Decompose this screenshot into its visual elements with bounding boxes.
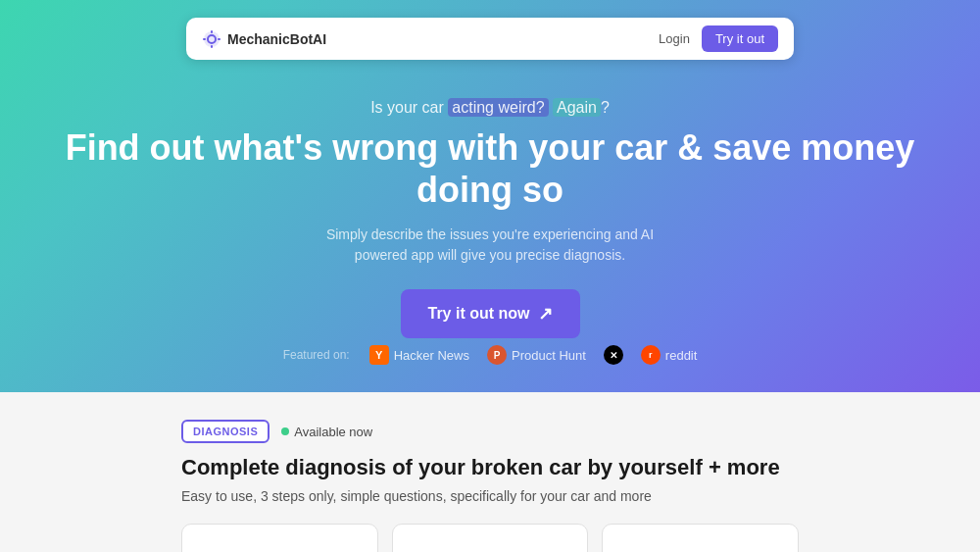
svg-rect-3 xyxy=(203,38,206,40)
featured-reddit[interactable]: r reddit xyxy=(641,345,698,365)
subtitle-highlight: acting weird? xyxy=(448,98,548,117)
hackernews-label: Hacker News xyxy=(394,348,469,363)
x-icon: ✕ xyxy=(604,345,623,365)
featured-row: Featured on: Y Hacker News P Product Hun… xyxy=(283,345,698,365)
lower-description: Easy to use, 3 steps only, simple questi… xyxy=(181,488,799,504)
svg-point-0 xyxy=(204,31,220,47)
lower-title: Complete diagnosis of your broken car by… xyxy=(181,455,799,480)
lower-section: DIAGNOSIS Available now Complete diagnos… xyxy=(0,392,980,552)
featured-x[interactable]: ✕ xyxy=(604,345,623,365)
badge-row: DIAGNOSIS Available now xyxy=(181,420,799,443)
featured-producthunt[interactable]: P Product Hunt xyxy=(487,345,586,365)
available-label: Available now xyxy=(294,425,372,439)
nav-right: Login Try it out xyxy=(659,25,778,52)
hero-cta-label: Try it out now xyxy=(428,305,530,323)
hackernews-icon: Y xyxy=(369,345,389,365)
hero-cta-button[interactable]: Try it out now ↗ xyxy=(401,289,580,338)
card-1[interactable] xyxy=(181,524,378,552)
reddit-icon: r xyxy=(641,345,661,365)
producthunt-icon: P xyxy=(487,345,507,365)
logo-icon xyxy=(202,29,221,49)
hero-section: MechanicBotAI Login Try it out Is your c… xyxy=(0,0,980,392)
login-button[interactable]: Login xyxy=(659,31,690,46)
diagnosis-badge: DIAGNOSIS xyxy=(181,420,270,443)
svg-rect-4 xyxy=(218,38,220,40)
subtitle-post: ? xyxy=(601,99,610,116)
hero-cta-arrow: ↗ xyxy=(538,303,553,325)
card-3[interactable] xyxy=(602,524,799,552)
hero-content: Is your car acting weird? Again? Find ou… xyxy=(0,99,980,338)
nav-logo: MechanicBotAI xyxy=(202,29,326,49)
hero-subtitle: Is your car acting weird? Again? xyxy=(20,99,960,117)
navbar: MechanicBotAI Login Try it out xyxy=(186,18,794,60)
logo-text: MechanicBotAI xyxy=(227,31,326,47)
svg-rect-1 xyxy=(211,30,213,33)
subtitle-highlight2: Again xyxy=(553,98,601,117)
subtitle-pre: Is your car xyxy=(370,99,448,116)
cards-row xyxy=(181,524,799,552)
available-dot xyxy=(281,427,289,435)
producthunt-label: Product Hunt xyxy=(512,348,586,363)
svg-rect-2 xyxy=(211,45,213,48)
hero-title: Find out what's wrong with your car & sa… xyxy=(20,126,960,211)
reddit-label: reddit xyxy=(665,348,698,363)
featured-label: Featured on: xyxy=(283,348,350,362)
featured-hackernews[interactable]: Y Hacker News xyxy=(369,345,469,365)
card-2[interactable] xyxy=(392,524,589,552)
featured-items: Y Hacker News P Product Hunt ✕ r reddit xyxy=(369,345,698,365)
hero-description: Simply describe the issues you're experi… xyxy=(304,225,676,266)
available-badge: Available now xyxy=(281,425,372,439)
nav-cta-button[interactable]: Try it out xyxy=(702,25,778,52)
